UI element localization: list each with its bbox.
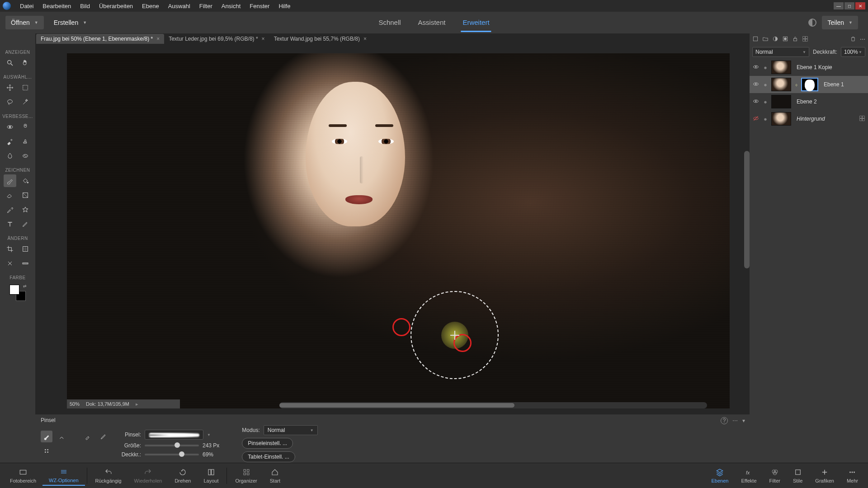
menu-edit[interactable]: Bearbeiten [38,0,75,12]
rotate-button[interactable]: Drehen [168,466,197,485]
mode-expert[interactable]: Erweitert [461,13,491,32]
document-tab-2[interactable]: Textur Leder.jpg bei 69,5% (RGB/8) * × [164,34,269,44]
brush-blend-mode-select[interactable]: Normal▼ [264,425,318,435]
brush-tool-variant[interactable] [41,431,52,442]
maximize-button[interactable]: □ [844,2,854,9]
delete-layer-icon[interactable] [850,36,856,43]
mask-link-icon[interactable]: ⬨ [794,81,798,88]
layer-thumbnail[interactable] [771,78,791,91]
layer-row[interactable]: ⎈ Ebene 2 [750,93,868,110]
marquee-tool[interactable] [19,81,32,94]
horizontal-scrollbar[interactable] [279,402,707,408]
layer-name[interactable]: Ebene 1 [821,81,865,88]
layer-thumbnail[interactable] [771,95,791,108]
layer-group-icon[interactable] [762,36,769,43]
document-info[interactable]: Dok: 13,7M/105,9M [86,401,129,407]
menu-window[interactable]: Fenster [245,0,274,12]
visibility-toggle-icon[interactable] [752,115,760,123]
eyedropper-tool[interactable] [4,203,16,216]
document-tab-3[interactable]: Textur Wand.jpg bei 55,7% (RGB/8) × [269,34,371,44]
pattern-brush-variant[interactable] [41,445,52,457]
menu-layer[interactable]: Ebene [137,0,164,12]
zoom-level[interactable]: 50% [70,401,80,407]
scrollbar-thumb[interactable] [279,403,514,408]
adjustment-layer-icon[interactable] [772,36,778,43]
layer-row[interactable]: ⎈ Hintergrund [750,110,868,127]
color-swatches[interactable]: ⇄ [9,285,26,301]
filters-panel-button[interactable]: Filter [763,466,787,485]
color-replacement-variant[interactable] [82,431,94,442]
close-button[interactable]: ✕ [855,2,865,9]
menu-image[interactable]: Bild [75,0,94,12]
collapse-icon[interactable]: ▾ [742,418,745,424]
layer-name[interactable]: Ebene 2 [794,99,865,105]
redo-button[interactable]: Wiederholen [128,466,169,485]
more-icon[interactable]: ⋯ [732,418,738,424]
minimize-button[interactable]: — [834,2,844,9]
tablet-settings-button[interactable]: Tablet-Einstell. ... [242,451,295,462]
photo-bin-button[interactable]: Fotobereich [4,466,42,485]
lasso-tool[interactable] [4,96,16,108]
move-tool[interactable] [4,81,16,94]
visibility-toggle-icon[interactable] [752,98,760,106]
brush-settings-button[interactable]: Pinseleinstell. ... [242,438,293,449]
lock-layer-icon[interactable] [792,36,798,43]
styles-panel-button[interactable]: Stile [787,466,809,485]
layer-name[interactable]: Ebene 1 Kopie [794,64,865,70]
mode-quick[interactable]: Schnell [377,13,402,32]
home-button[interactable]: Start [264,466,287,485]
layer-thumbnail[interactable] [771,61,791,74]
new-layer-icon[interactable] [752,36,759,43]
impressionist-brush-variant[interactable] [56,431,68,442]
canvas[interactable]: 50% Dok: 13,7M/105,9M ▸ [67,53,730,408]
straighten-tool[interactable] [19,257,32,270]
effects-panel-button[interactable]: fxEffekte [735,466,763,485]
layer-name[interactable]: Hintergrund [794,116,856,122]
close-icon[interactable]: × [156,36,160,42]
blend-mode-select[interactable]: Normal▼ [752,47,809,57]
clone-stamp-tool[interactable] [19,135,32,148]
layer-opacity-input[interactable]: 100%▼ [841,47,865,57]
share-button[interactable]: Teilen▼ [822,16,858,29]
layer-mask-thumbnail[interactable] [801,78,818,91]
pencil-tool[interactable] [19,218,32,230]
pencil-variant[interactable] [98,431,109,442]
smart-brush-tool[interactable] [4,135,16,148]
menu-filter[interactable]: Filter [195,0,217,12]
menu-file[interactable]: Datei [15,0,38,12]
brush-size-value[interactable]: 243 Px [203,442,219,449]
layers-panel-button[interactable]: Ebenen [705,466,735,485]
visibility-toggle-icon[interactable] [752,81,760,89]
shape-tool[interactable] [19,203,32,216]
brush-opacity-slider[interactable] [145,454,199,455]
zoom-tool[interactable] [4,56,16,69]
paint-bucket-tool[interactable] [19,174,32,187]
open-button[interactable]: Öffnen▼ [5,16,44,29]
close-icon[interactable]: × [363,36,367,42]
layer-row[interactable]: ⎈ ⬨ Ebene 1 [750,76,868,93]
layer-mask-icon[interactable] [782,36,788,43]
recompose-tool[interactable] [19,243,32,255]
magic-wand-tool[interactable] [19,96,32,108]
link-icon[interactable]: ⎈ [762,65,769,70]
graphics-panel-button[interactable]: Grafiken [809,466,840,485]
link-icon[interactable]: ⎈ [762,99,769,104]
hand-tool[interactable] [19,56,32,69]
close-icon[interactable]: × [262,36,265,42]
panel-menu-icon[interactable]: ⋯ [860,36,865,42]
redeye-tool[interactable] [4,121,16,133]
chevron-right-icon[interactable]: ▸ [136,401,138,407]
brush-size-slider[interactable] [145,445,199,446]
gradient-tool[interactable] [19,189,32,202]
help-icon[interactable]: ? [721,417,728,424]
content-aware-move-tool[interactable] [4,257,16,270]
lock-icon[interactable] [859,115,865,123]
layout-button[interactable]: Layout [197,466,225,485]
link-icon[interactable]: ⎈ [762,117,769,122]
mode-guided[interactable]: Assistent [416,13,448,32]
brush-opacity-value[interactable]: 69% [203,451,213,458]
chevron-down-icon[interactable]: ▼ [207,433,211,437]
theme-toggle-icon[interactable] [808,19,816,27]
undo-button[interactable]: Rückgängig [89,466,128,485]
layer-row[interactable]: ⎈ Ebene 1 Kopie [750,59,868,76]
